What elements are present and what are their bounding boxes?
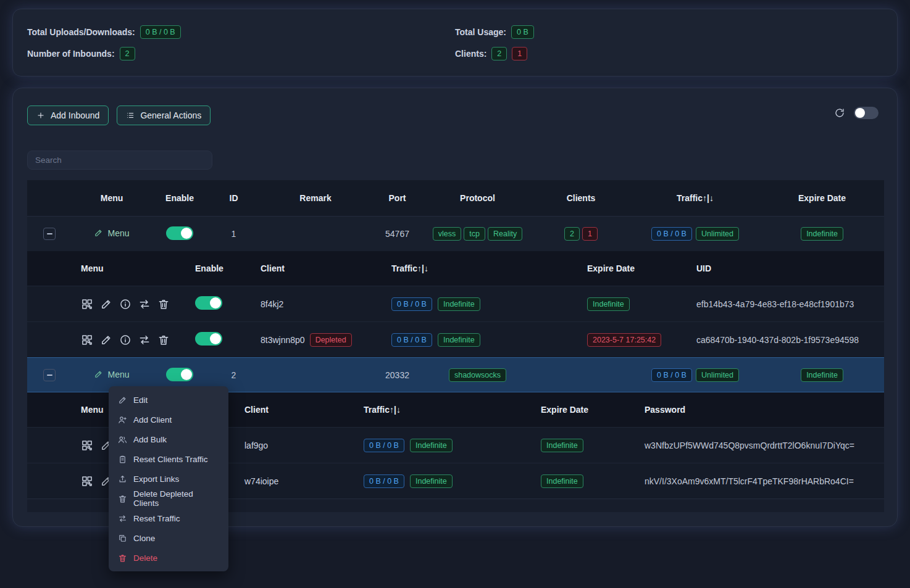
edit-icon xyxy=(94,228,103,238)
client-uid: ca68470b-1940-437d-802b-1f9573e94598 xyxy=(696,335,884,345)
header-traffic-sort[interactable]: Traffic↑|↓ xyxy=(630,193,760,203)
clients-depleted-value: 1 xyxy=(512,47,527,60)
client-expire-badge: Indefinite xyxy=(541,474,583,488)
inbound-port: 20332 xyxy=(371,370,424,380)
clients-active-badge: 2 xyxy=(564,227,580,241)
collapse-row-button[interactable] xyxy=(43,228,56,240)
client-password: nkV/I/3XoAm9v6xMT/T5lcrF4TpeTKF98rHARbRo… xyxy=(645,476,884,486)
client-enable-toggle[interactable] xyxy=(195,332,222,346)
search-input[interactable] xyxy=(27,151,212,170)
clients-label: Clients: xyxy=(455,49,486,59)
reload-icon[interactable] xyxy=(834,107,845,118)
client-header-password: Password xyxy=(645,405,884,415)
total-usage-value: 0 B xyxy=(511,25,534,39)
page: Total Uploads/Downloads: 0 B / 0 B Total… xyxy=(0,0,910,588)
client-header-expire: Expire Date xyxy=(587,263,696,273)
enable-toggle[interactable] xyxy=(166,226,193,240)
reset-traffic-icon[interactable] xyxy=(138,334,151,346)
collapse-row-button[interactable] xyxy=(43,369,56,381)
edit-icon[interactable] xyxy=(100,334,112,346)
menu-item-edit[interactable]: Edit xyxy=(109,390,228,410)
add-client-icon xyxy=(118,415,127,424)
protocol-badge: vless xyxy=(433,227,461,241)
general-actions-button[interactable]: General Actions xyxy=(117,106,211,125)
add-bulk-icon xyxy=(118,435,127,444)
header-id: ID xyxy=(207,193,260,203)
stat-uploads-downloads: Total Uploads/Downloads: 0 B / 0 B xyxy=(27,25,455,39)
protocol-badge: shadowsocks xyxy=(449,368,506,382)
stat-clients: Clients: 2 1 xyxy=(455,47,883,60)
client-row: 8t3wjnn8p0 Depleted 0 B / 0 B Indefinite… xyxy=(27,321,884,357)
header-clients: Clients xyxy=(532,193,630,203)
total-usage-label: Total Usage: xyxy=(455,27,506,37)
uploads-downloads-label: Total Uploads/Downloads: xyxy=(27,27,135,37)
uploads-downloads-value: 0 B / 0 B xyxy=(140,25,181,39)
menu-item-delete[interactable]: Delete xyxy=(109,548,228,568)
menu-item-reset-traffic[interactable]: Reset Traffic xyxy=(109,508,228,528)
reset-traffic-icon xyxy=(118,514,127,523)
export-links-icon xyxy=(118,474,127,484)
header-remark: Remark xyxy=(260,193,371,203)
reset-clients-traffic-icon xyxy=(118,455,127,464)
stats-card: Total Uploads/Downloads: 0 B / 0 B Total… xyxy=(12,9,898,77)
info-icon[interactable] xyxy=(119,334,131,346)
traffic-limit-badge: Unlimited xyxy=(696,227,739,241)
delete-depleted-clients-icon xyxy=(118,494,127,503)
qrcode-icon[interactable] xyxy=(81,475,93,487)
inbound-id: 1 xyxy=(207,229,260,239)
row-menu-trigger[interactable]: Menu xyxy=(94,370,129,379)
client-traffic-badge: 0 B / 0 B xyxy=(391,333,432,347)
edit-icon xyxy=(118,395,127,405)
panel-controls xyxy=(834,107,879,119)
client-header-traffic-sort[interactable]: Traffic↑|↓ xyxy=(364,405,541,415)
add-inbound-label: Add Inbound xyxy=(51,110,99,120)
minus-icon xyxy=(47,375,52,376)
menu-item-label: Reset Clients Traffic xyxy=(133,455,208,464)
minus-icon xyxy=(47,233,52,234)
dark-mode-toggle[interactable] xyxy=(854,107,879,119)
qrcode-icon[interactable] xyxy=(81,439,93,452)
qrcode-icon[interactable] xyxy=(81,334,93,346)
delete-icon[interactable] xyxy=(157,298,170,310)
delete-icon[interactable] xyxy=(157,334,170,346)
enable-toggle[interactable] xyxy=(166,368,193,381)
menu-item-label: Add Bulk xyxy=(133,435,167,444)
add-inbound-button[interactable]: Add Inbound xyxy=(27,106,109,125)
menu-item-clone[interactable]: Clone xyxy=(109,528,228,548)
menu-item-label: Reset Traffic xyxy=(133,514,180,523)
menu-item-reset-clients-traffic[interactable]: Reset Clients Traffic xyxy=(109,449,228,469)
client-header-traffic-sort[interactable]: Traffic↑|↓ xyxy=(391,263,587,273)
inbound-port: 54767 xyxy=(371,229,424,239)
client-header-client: Client xyxy=(261,263,391,273)
menu-item-label: Export Links xyxy=(133,474,179,484)
menu-item-delete-depleted-clients[interactable]: Delete Depleted Clients xyxy=(109,489,228,508)
menu-item-add-bulk[interactable]: Add Bulk xyxy=(109,429,228,449)
qrcode-icon[interactable] xyxy=(81,298,93,310)
inbound-row-1[interactable]: Menu 1 54767 vless tcp Reality 2 1 0 B / xyxy=(27,216,884,251)
header-enable: Enable xyxy=(152,193,207,203)
client-expire-badge: Indefinite xyxy=(541,439,583,452)
inbounds-table-header: Menu Enable ID Remark Port Protocol Clie… xyxy=(27,180,884,216)
menu-item-add-client[interactable]: Add Client xyxy=(109,410,228,429)
reset-traffic-icon[interactable] xyxy=(138,298,151,310)
client-actions xyxy=(81,298,195,310)
client-traffic-badge: 0 B / 0 B xyxy=(364,474,404,488)
header-menu: Menu xyxy=(72,193,152,203)
list-menu-icon xyxy=(126,111,135,120)
edit-icon[interactable] xyxy=(100,298,112,310)
client-enable-toggle[interactable] xyxy=(195,296,222,310)
client-traffic-limit-badge: Indefinite xyxy=(438,297,480,311)
client-traffic-limit-badge: Indefinite xyxy=(438,333,480,347)
client-expire-badge: Indefinite xyxy=(587,297,630,311)
client-row: 8f4kj2 0 B / 0 B Indefinite Indefinite e… xyxy=(27,286,884,321)
client-table-1: Menu Enable Client Traffic↑|↓ Expire Dat… xyxy=(27,251,884,357)
client-header-client: Client xyxy=(244,405,364,415)
security-badge: Reality xyxy=(488,227,522,241)
info-icon[interactable] xyxy=(119,298,131,310)
menu-item-export-links[interactable]: Export Links xyxy=(109,469,228,489)
stat-inbounds-count: Number of Inbounds: 2 xyxy=(27,47,455,60)
row-menu-trigger[interactable]: Menu xyxy=(94,228,129,238)
client-name: laf9go xyxy=(244,441,268,450)
client-header-uid: UID xyxy=(696,263,884,273)
client-header-enable: Enable xyxy=(195,263,261,273)
